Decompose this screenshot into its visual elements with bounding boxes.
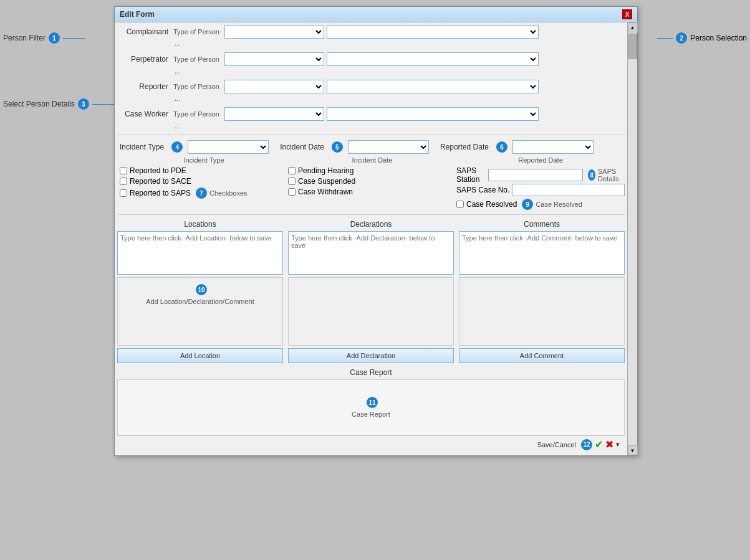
incident-type-label: Incident Type [120, 143, 164, 151]
cb-reported-sace-input[interactable] [120, 178, 127, 185]
case-resolved-row: Case Resolved 9 Case Resolved [456, 199, 625, 210]
cb-pending-hearing: Pending Hearing [288, 166, 456, 175]
scrollbar-down-button[interactable]: ▼ [628, 445, 638, 455]
person-filter-badge: 1 [49, 32, 60, 44]
comments-panel: Comments Add Comment [459, 220, 625, 363]
declarations-list [288, 277, 454, 346]
caseworker-type-dropdown[interactable] [224, 107, 324, 121]
person-filter-annotation: Person Filter 1 [3, 32, 114, 44]
saps-badge-label: SAPS Details [598, 168, 625, 183]
cb-case-suspended-input[interactable] [288, 178, 296, 185]
cb-reported-saps-label: Reported to SAPS [130, 189, 191, 197]
incident-type-dropdown[interactable] [188, 140, 269, 154]
perpetrator-fields: Type of Person ... [173, 52, 625, 75]
locations-title: Locations [117, 220, 283, 229]
incident-date-col-header: Incident Date [288, 156, 456, 164]
saps-badge: 8 [588, 169, 595, 181]
complainant-ellipsis: ... [175, 40, 625, 47]
dialog-title: Edit Form [120, 10, 155, 19]
dialog-main: Complainant Type of Person ... Perpetrat… [115, 22, 627, 455]
annotation-line-2 [657, 38, 673, 39]
scrollbar[interactable]: ▲ ▼ [627, 22, 637, 455]
cb-reported-pde-input[interactable] [120, 167, 127, 174]
three-col-section: Locations 10 Add Location/Declaration/Co… [117, 220, 625, 363]
saps-station-row: SAPS Station 8 SAPS Details [456, 166, 625, 184]
cb-reported-saps-input[interactable] [120, 189, 127, 197]
checkboxes-badge-label: Checkboxes [209, 189, 248, 197]
annotation-line-1 [63, 38, 85, 39]
case-report-area: 11 Case Report [117, 379, 625, 435]
cb-case-suspended-label: Case Suspended [298, 177, 355, 186]
complainant-name-dropdown[interactable] [327, 25, 539, 39]
incident-row: Incident Type 4 Incident Date 5 Reported… [117, 140, 625, 154]
case-report-badge-label: Case Report [352, 411, 390, 418]
add-annotation-badge: 10 [196, 284, 207, 295]
reporter-type-label: Type of Person [173, 83, 219, 90]
complainant-type-dropdown[interactable] [224, 25, 324, 39]
cb-case-withdrawn-input[interactable] [288, 188, 296, 196]
save-button[interactable]: ✔ [595, 439, 603, 450]
perpetrator-name-dropdown[interactable] [327, 52, 539, 66]
caseworker-name-dropdown[interactable] [327, 107, 539, 121]
incident-date-badge: 5 [332, 141, 343, 153]
case-resolved-label: Case Resolved [466, 200, 517, 209]
reported-date-dropdown[interactable] [512, 140, 594, 154]
case-report-title: Case Report [117, 368, 625, 377]
person-filter-label: Person Filter [3, 34, 46, 42]
saps-caseno-input[interactable] [512, 184, 625, 196]
locations-textarea[interactable] [117, 231, 283, 275]
person-selection-label: Person Selection [690, 34, 747, 42]
locations-panel: Locations 10 Add Location/Declaration/Co… [117, 220, 283, 363]
select-person-badge: 3 [78, 98, 89, 110]
reported-date-col-header: Reported Date [456, 156, 625, 164]
add-location-button[interactable]: Add Location [117, 348, 283, 363]
complainant-type-label: Type of Person [173, 28, 219, 36]
add-declaration-button[interactable]: Add Declaration [288, 348, 454, 363]
cancel-button[interactable]: ✖ [605, 439, 613, 450]
person-selection-annotation: 2 Person Selection [657, 32, 747, 44]
divider-2 [117, 214, 625, 215]
cb-reported-sace: Reported to SACE [120, 177, 288, 186]
cb-case-withdrawn-label: Case Withdrawn [298, 187, 353, 196]
scrollbar-up-button[interactable]: ▲ [628, 22, 638, 32]
case-resolved-checkbox[interactable] [456, 201, 464, 208]
perpetrator-row: Perpetrator Type of Person ... [117, 52, 625, 77]
caseworker-fields: Type of Person ... [173, 107, 625, 130]
add-annotation-area: 10 Add Location/Declaration/Comment [118, 278, 282, 311]
annotation-line-3 [92, 104, 114, 105]
incident-type-col-header: Incident Type [120, 156, 288, 164]
case-report-section: Case Report 11 Case Report [117, 368, 625, 435]
reporter-ellipsis: ... [175, 95, 625, 102]
footer-badge: 12 [581, 439, 592, 450]
reporter-type-dropdown[interactable] [224, 80, 324, 93]
reporter-name-dropdown[interactable] [327, 80, 539, 93]
saps-caseno-label: SAPS Case No. [456, 186, 509, 194]
caseworker-type-label: Type of Person [173, 110, 219, 118]
reporter-row: Reporter Type of Person ... [117, 80, 625, 105]
add-comment-button[interactable]: Add Comment [459, 348, 625, 363]
incident-date-dropdown[interactable] [348, 140, 429, 154]
reporter-fields: Type of Person ... [173, 80, 625, 102]
case-resolved-badge-label: Case Resolved [536, 201, 582, 208]
divider-1 [117, 135, 625, 135]
reported-date-badge: 6 [496, 141, 507, 153]
select-person-label: Select Person Details [3, 100, 75, 108]
comments-textarea[interactable] [459, 231, 625, 275]
perpetrator-ellipsis: ... [175, 67, 625, 75]
saps-caseno-row: SAPS Case No. [456, 184, 625, 196]
caseworker-dropdowns: Type of Person [173, 107, 625, 121]
perpetrator-label: Perpetrator [117, 52, 173, 64]
scrollbar-thumb[interactable] [628, 34, 637, 59]
comments-list [459, 277, 625, 346]
checkboxes-badge: 7 [196, 187, 207, 199]
cb-case-suspended: Case Suspended [288, 177, 456, 186]
close-button[interactable]: X [622, 9, 632, 19]
footer-down-icon[interactable]: ▾ [616, 440, 620, 448]
complainant-row: Complainant Type of Person ... [117, 25, 625, 50]
incident-col-headers: Incident Type Incident Date Reported Dat… [117, 156, 625, 164]
saps-station-input[interactable] [488, 169, 583, 181]
comments-title: Comments [459, 220, 625, 229]
cb-pending-hearing-input[interactable] [288, 167, 296, 174]
perpetrator-type-dropdown[interactable] [224, 52, 324, 66]
declarations-textarea[interactable] [288, 231, 454, 275]
